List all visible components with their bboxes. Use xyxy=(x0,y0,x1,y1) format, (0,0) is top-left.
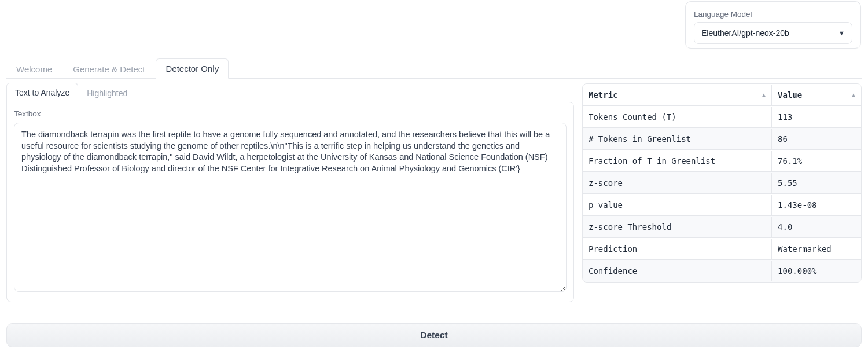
textbox-label: Textbox xyxy=(14,109,567,118)
metric-cell: z-score xyxy=(583,173,772,193)
table-row: Tokens Counted (T)113 xyxy=(583,106,861,128)
metric-cell: Prediction xyxy=(583,239,772,259)
right-column: Metric ▲ Value ▲ Tokens Counted (T)113# … xyxy=(582,83,862,283)
table-row: PredictionWatermarked xyxy=(583,238,861,260)
main-tabs: Welcome Generate & Detect Detector Only xyxy=(6,60,862,79)
value-cell: 76.1% xyxy=(772,151,861,171)
value-cell: 113 xyxy=(772,107,861,127)
value-cell: 4.0 xyxy=(772,217,861,237)
metrics-header-value[interactable]: Value ▲ xyxy=(772,85,861,105)
tab-generate-detect[interactable]: Generate & Detect xyxy=(63,59,155,79)
metrics-header-value-label: Value xyxy=(778,90,802,100)
language-model-card: Language Model EleutherAI/gpt-neox-20b ▼ xyxy=(685,1,861,49)
table-row: Confidence100.000% xyxy=(583,260,861,282)
language-model-label: Language Model xyxy=(694,10,852,19)
analyze-textarea[interactable] xyxy=(14,123,567,292)
chevron-down-icon: ▼ xyxy=(838,30,845,36)
table-row: p value1.43e-08 xyxy=(583,194,861,216)
language-model-select[interactable]: EleutherAI/gpt-neox-20b ▼ xyxy=(694,22,852,44)
left-column: Text to Analyze Highlighted Textbox xyxy=(6,83,574,302)
value-cell: 86 xyxy=(772,129,861,149)
detect-button[interactable]: Detect xyxy=(6,323,862,347)
metrics-header-metric[interactable]: Metric ▲ xyxy=(583,85,772,105)
table-row: Fraction of T in Greenlist76.1% xyxy=(583,150,861,172)
metric-cell: Tokens Counted (T) xyxy=(583,107,772,127)
metric-cell: Fraction of T in Greenlist xyxy=(583,151,772,171)
table-row: # Tokens in Greenlist86 xyxy=(583,128,861,150)
sort-caret-icon: ▲ xyxy=(852,91,855,98)
language-model-selected: EleutherAI/gpt-neox-20b xyxy=(701,28,789,38)
table-row: z-score Threshold4.0 xyxy=(583,216,861,238)
metric-cell: z-score Threshold xyxy=(583,217,772,237)
tab-welcome[interactable]: Welcome xyxy=(6,59,62,79)
subtab-highlighted[interactable]: Highlighted xyxy=(78,83,136,102)
metric-cell: # Tokens in Greenlist xyxy=(583,129,772,149)
tab-detector-only[interactable]: Detector Only xyxy=(156,58,229,79)
metrics-header-metric-label: Metric xyxy=(589,90,618,100)
metrics-body: Tokens Counted (T)113# Tokens in Greenli… xyxy=(583,106,861,282)
value-cell: 5.55 xyxy=(772,173,861,193)
metrics-table: Metric ▲ Value ▲ Tokens Counted (T)113# … xyxy=(582,83,862,283)
sub-tabs: Text to Analyze Highlighted xyxy=(6,83,574,102)
content-row: Text to Analyze Highlighted Textbox Metr… xyxy=(6,83,862,302)
metric-cell: p value xyxy=(583,195,772,215)
value-cell: 100.000% xyxy=(772,261,861,281)
table-row: z-score5.55 xyxy=(583,172,861,194)
value-cell: 1.43e-08 xyxy=(772,195,861,215)
subtab-text-to-analyze[interactable]: Text to Analyze xyxy=(6,83,78,102)
value-cell: Watermarked xyxy=(772,239,861,259)
metrics-header: Metric ▲ Value ▲ xyxy=(583,84,861,106)
textbox-panel: Textbox xyxy=(6,102,574,302)
sort-caret-icon: ▲ xyxy=(762,91,766,98)
metric-cell: Confidence xyxy=(583,261,772,281)
